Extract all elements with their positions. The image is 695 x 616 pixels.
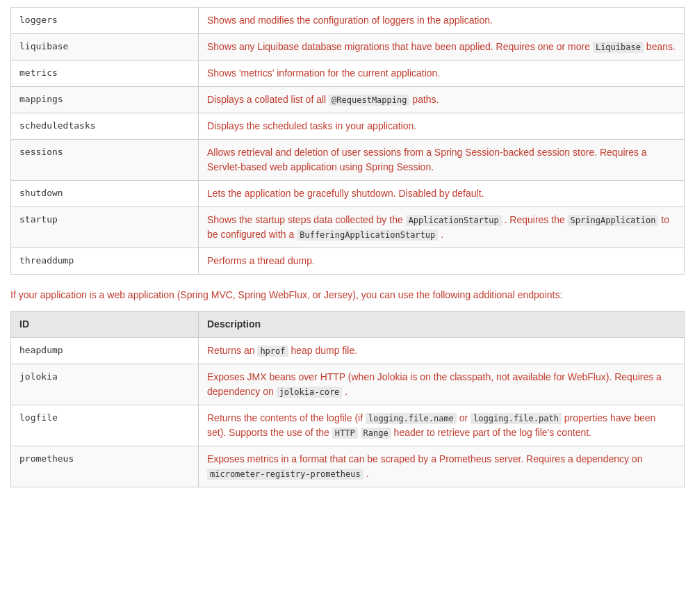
table-row: scheduledtasksDisplays the scheduled tas… bbox=[11, 113, 685, 140]
row-desc: Shows 'metrics' information for the curr… bbox=[199, 60, 685, 87]
first-table: loggersShows and modifies the configurat… bbox=[10, 7, 685, 275]
row-id: logfile bbox=[11, 405, 199, 446]
row-desc: Shows any Liquibase database migrations … bbox=[199, 34, 685, 60]
row-desc: Displays the scheduled tasks in your app… bbox=[199, 113, 685, 140]
table-row: sessionsAllows retrieval and deletion of… bbox=[11, 140, 685, 181]
row-id: metrics bbox=[11, 60, 199, 87]
second-table: ID Description heapdumpReturns an hprof … bbox=[10, 311, 685, 487]
table-row: loggersShows and modifies the configurat… bbox=[11, 8, 685, 34]
row-desc: Returns an hprof heap dump file. bbox=[199, 338, 685, 364]
row-id: startup bbox=[11, 207, 199, 248]
col-id: ID bbox=[11, 311, 199, 338]
table-row: startupShows the startup steps data coll… bbox=[11, 207, 685, 248]
table-row: prometheusExposes metrics in a format th… bbox=[11, 446, 685, 487]
row-desc: Exposes metrics in a format that can be … bbox=[199, 446, 685, 487]
col-description: Description bbox=[199, 311, 685, 338]
row-id: threaddump bbox=[11, 248, 199, 275]
row-desc: Lets the application be gracefully shutd… bbox=[199, 181, 685, 207]
row-id: mappings bbox=[11, 87, 199, 113]
row-id: jolokia bbox=[11, 364, 199, 405]
row-desc: Allows retrieval and deletion of user se… bbox=[199, 140, 685, 181]
table-row: liquibaseShows any Liquibase database mi… bbox=[11, 34, 685, 60]
table-row: metricsShows 'metrics' information for t… bbox=[11, 60, 685, 87]
row-id: prometheus bbox=[11, 446, 199, 487]
table-row: threaddumpPerforms a thread dump. bbox=[11, 248, 685, 275]
web-app-note: If your application is a web application… bbox=[10, 287, 685, 302]
row-id: heapdump bbox=[11, 338, 199, 364]
row-id: liquibase bbox=[11, 34, 199, 60]
row-desc: Exposes JMX beans over HTTP (when Joloki… bbox=[199, 364, 685, 405]
row-id: shutdown bbox=[11, 181, 199, 207]
table-row: mappingsDisplays a collated list of all … bbox=[11, 87, 685, 113]
row-desc: Performs a thread dump. bbox=[199, 248, 685, 275]
table-row: logfileReturns the contents of the logfi… bbox=[11, 405, 685, 446]
row-id: scheduledtasks bbox=[11, 113, 199, 140]
row-desc: Returns the contents of the logfile (if … bbox=[199, 405, 685, 446]
table-row: shutdownLets the application be graceful… bbox=[11, 181, 685, 207]
row-desc: Displays a collated list of all @Request… bbox=[199, 87, 685, 113]
row-id: loggers bbox=[11, 8, 199, 34]
table-row: jolokiaExposes JMX beans over HTTP (when… bbox=[11, 364, 685, 405]
row-desc: Shows and modifies the configuration of … bbox=[199, 8, 685, 34]
table-row: heapdumpReturns an hprof heap dump file. bbox=[11, 338, 685, 364]
row-desc: Shows the startup steps data collected b… bbox=[199, 207, 685, 248]
row-id: sessions bbox=[11, 140, 199, 181]
